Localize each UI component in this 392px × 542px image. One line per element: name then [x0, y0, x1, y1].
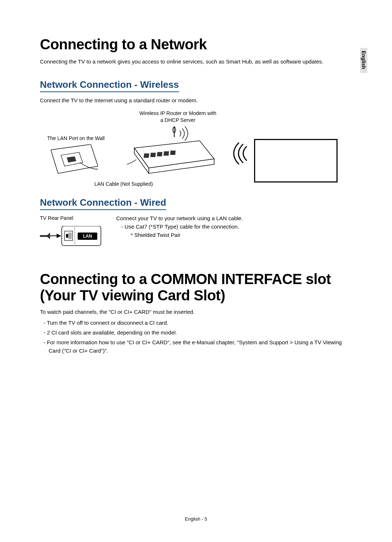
svg-rect-6: [150, 153, 156, 157]
heading-wired: Network Connection - Wired: [40, 197, 166, 210]
router-icon: [127, 126, 221, 177]
tv-rear-panel-label: TV Rear Panel: [40, 215, 102, 221]
ci-intro: To watch paid channels, the "CI or CI+ C…: [40, 309, 352, 315]
ci-bullet-1: Turn the TV off to connect or disconnect…: [40, 319, 352, 327]
wall-port-label: The LAN Port on the Wall: [47, 135, 105, 141]
tv-icon: [254, 139, 338, 182]
heading-wireless: Network Connection - Wireless: [40, 79, 179, 92]
wired-intro: Connect your TV to your network using a …: [116, 215, 352, 221]
wireless-subintro: Connect the TV to the Internet using a s…: [40, 97, 352, 103]
wifi-waves-icon: [232, 143, 250, 164]
svg-rect-15: [66, 234, 68, 238]
lan-cable-note: LAN Cable (Not Supplied): [94, 181, 153, 187]
svg-marker-10: [40, 233, 50, 239]
router-label-line2: a DHCP Server: [160, 117, 195, 123]
wired-stp-note: * Shielded Twist Pair: [116, 232, 352, 238]
svg-rect-7: [157, 152, 162, 156]
wired-bullet-cable: - Use Cat7 (*STP Type) cable for the con…: [116, 223, 352, 230]
lan-badge-text: LAN: [83, 234, 92, 239]
ci-bullet-3: For more information how to use "CI or C…: [40, 338, 352, 355]
language-side-tab: English: [360, 48, 367, 73]
heading-common-interface: Connecting to a COMMON INTERFACE slot (Y…: [40, 271, 352, 304]
tv-rear-panel-icon: LAN: [40, 226, 102, 248]
svg-rect-9: [170, 151, 176, 155]
svg-rect-5: [144, 153, 149, 158]
wireless-diagram: Wireless IP Router or Modem with a DHCP …: [40, 110, 338, 190]
ci-bullet-list: Turn the TV off to connect or disconnect…: [40, 319, 352, 355]
ci-bullet-2: 2 CI card slots are available, depending…: [40, 328, 352, 337]
wall-plate-icon: [51, 144, 98, 175]
heading-connecting-network: Connecting to a Network: [40, 36, 352, 53]
page-footer: English - 5: [0, 516, 392, 522]
svg-rect-8: [163, 151, 169, 156]
router-label: Wireless IP Router or Modem with a DHCP …: [131, 110, 225, 124]
svg-rect-14: [65, 231, 73, 241]
intro-connecting-network: Connecting the TV to a network gives you…: [40, 58, 352, 66]
router-label-line1: Wireless IP Router or Modem with: [139, 110, 216, 116]
